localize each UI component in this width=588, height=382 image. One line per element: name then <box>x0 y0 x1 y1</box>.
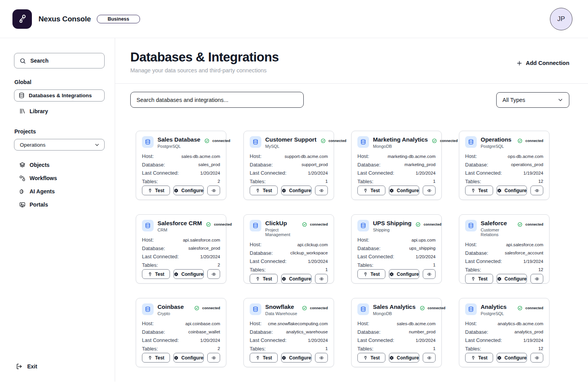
search-input[interactable] <box>130 92 304 108</box>
project-select[interactable]: Operations <box>14 139 105 151</box>
connection-card: Salesforce CRM CRM connected Host: api.s… <box>136 214 226 284</box>
plug-icon <box>471 356 476 360</box>
cards-grid: Sales Database PostgreSQL connected Host… <box>136 131 569 367</box>
portal-monitor-icon <box>19 202 26 208</box>
test-label: Test <box>155 355 164 361</box>
database-icon <box>357 220 369 231</box>
check-circle-icon <box>415 222 421 227</box>
test-button[interactable]: Test <box>250 274 278 284</box>
plug-icon <box>256 188 260 193</box>
connection-type: Customer Relations <box>481 228 513 237</box>
database-icon <box>357 136 369 148</box>
configure-button[interactable]: Configure <box>389 269 419 279</box>
last-connected-label: Last Connected: <box>465 170 502 176</box>
configure-button[interactable]: Configure <box>281 186 312 195</box>
test-label: Test <box>263 188 272 193</box>
sidebar-item-databases-integrations[interactable]: Databases & Integrations <box>14 89 105 102</box>
view-button[interactable] <box>423 186 436 195</box>
test-button[interactable]: Test <box>465 353 493 363</box>
sidebar-item-workflows[interactable]: Workflows <box>14 172 105 185</box>
configure-button[interactable]: Configure <box>173 269 204 279</box>
test-button[interactable]: Test <box>250 353 278 363</box>
test-button[interactable]: Test <box>357 269 385 279</box>
eye-icon <box>212 272 216 277</box>
configure-button[interactable]: Configure <box>173 353 204 363</box>
sidebar-search[interactable]: Search <box>14 53 105 68</box>
host-label: Host: <box>250 153 261 159</box>
connection-name: Saleforce <box>481 220 513 226</box>
tables-value: 2 <box>218 179 220 184</box>
configure-button[interactable]: Configure <box>281 353 312 363</box>
test-label: Test <box>478 188 488 193</box>
exit-button[interactable]: Exit <box>14 363 105 370</box>
eye-icon <box>319 188 324 193</box>
configure-button[interactable]: Configure <box>497 274 527 284</box>
test-label: Test <box>371 355 380 361</box>
database-label: Database: <box>357 162 380 168</box>
sidebar-item-objects[interactable]: Objects <box>14 158 105 172</box>
test-button[interactable]: Test <box>357 353 385 363</box>
user-avatar[interactable]: JP <box>550 8 572 30</box>
tables-value: 12 <box>538 267 543 272</box>
configure-button[interactable]: Configure <box>281 274 312 284</box>
host-value: marketing-db.acme.com <box>388 154 436 159</box>
test-button[interactable]: Test <box>142 353 170 363</box>
view-button[interactable] <box>423 353 436 363</box>
check-circle-icon <box>204 138 210 144</box>
configure-button[interactable]: Configure <box>389 353 419 363</box>
view-button[interactable] <box>423 269 436 279</box>
database-label: Database: <box>250 162 273 168</box>
test-button[interactable]: Test <box>250 186 278 195</box>
connection-card: Customer Support MySQL connected Host: s… <box>243 131 334 200</box>
view-button[interactable] <box>207 353 220 363</box>
test-button[interactable]: Test <box>465 274 493 284</box>
database-value: salesforce_account <box>505 251 543 255</box>
configure-button[interactable]: Configure <box>497 186 527 195</box>
tables-label: Tables: <box>465 179 481 184</box>
test-button[interactable]: Test <box>357 186 385 195</box>
add-connection-button[interactable]: Add Connection <box>516 60 569 66</box>
last-connected-value: 1/20/2024 <box>200 338 220 343</box>
test-button[interactable]: Test <box>465 186 493 195</box>
configure-button[interactable]: Configure <box>389 186 419 195</box>
connection-type: Shipping <box>373 228 411 232</box>
app-logo <box>12 9 32 29</box>
test-button[interactable]: Test <box>142 186 170 195</box>
test-label: Test <box>478 355 488 361</box>
sidebar-item-library[interactable]: Library <box>14 104 105 118</box>
gear-icon <box>282 356 286 360</box>
sidebar-item-portals[interactable]: Portals <box>14 198 105 211</box>
host-label: Host: <box>357 237 369 243</box>
test-button[interactable]: Test <box>142 269 170 279</box>
view-button[interactable] <box>530 186 543 195</box>
gear-icon <box>282 277 286 281</box>
connection-type: PostgreSQL <box>481 311 507 316</box>
last-connected-label: Last Connected: <box>357 254 394 259</box>
view-button[interactable] <box>530 274 543 284</box>
configure-button[interactable]: Configure <box>173 186 204 195</box>
configure-label: Configure <box>504 276 527 282</box>
connection-details: Host: api.salesforce.com Database: sales… <box>465 240 543 274</box>
tables-label: Tables: <box>465 267 481 273</box>
host-value: support-db.acme.com <box>285 154 328 159</box>
view-button[interactable] <box>315 274 328 284</box>
view-button[interactable] <box>207 269 220 279</box>
view-button[interactable] <box>315 353 328 363</box>
connection-name: Snowflake <box>265 303 297 310</box>
type-filter-select[interactable]: All Types <box>496 92 569 108</box>
connection-type: Project Management <box>265 228 298 237</box>
view-button[interactable] <box>530 353 543 363</box>
sidebar-item-ai-agents[interactable]: AI Agents <box>14 185 105 198</box>
test-label: Test <box>263 355 272 361</box>
view-button[interactable] <box>315 186 328 195</box>
status-badge: connected <box>517 303 543 311</box>
connection-name: Analytics <box>481 303 507 310</box>
last-connected-value: 1/19/2024 <box>523 338 543 343</box>
view-button[interactable] <box>207 186 220 195</box>
last-connected-label: Last Connected: <box>357 337 394 343</box>
configure-button[interactable]: Configure <box>497 353 527 363</box>
configure-label: Configure <box>397 272 419 277</box>
database-value: sales_prod <box>198 162 220 167</box>
database-icon <box>250 220 261 231</box>
last-connected-label: Last Connected: <box>142 170 179 176</box>
